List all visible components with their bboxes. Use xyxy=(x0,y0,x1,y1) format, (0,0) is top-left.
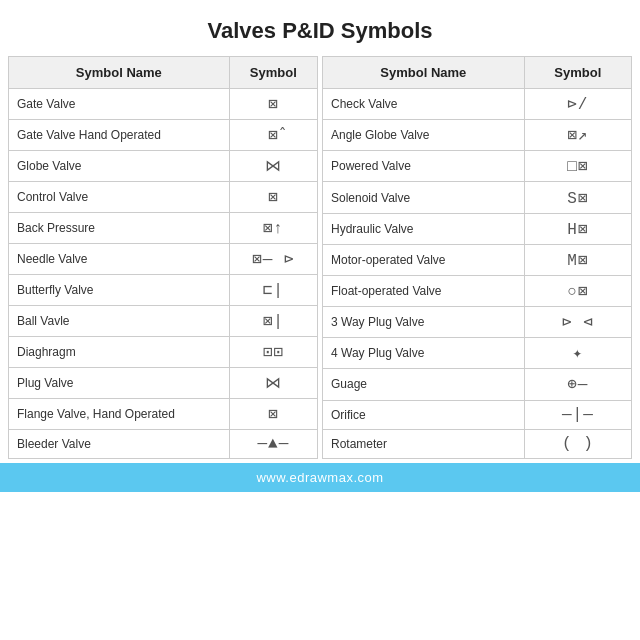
left-header-symbol: Symbol xyxy=(229,57,317,89)
left-row-symbol: —▲— xyxy=(229,430,317,459)
right-table-row: Check Valve⊳/ xyxy=(323,89,632,120)
right-row-symbol: ⊠↗ xyxy=(524,120,631,151)
right-table-row: Powered Valve□⊠ xyxy=(323,151,632,182)
left-row-name: Needle Valve xyxy=(9,244,230,275)
left-row-symbol: ⊠ xyxy=(229,182,317,213)
left-table-row: Flange Valve, Hand Operated⊠ xyxy=(9,399,318,430)
right-row-name: Powered Valve xyxy=(323,151,525,182)
left-row-symbol: ⋈ xyxy=(229,151,317,182)
left-row-name: Plug Valve xyxy=(9,368,230,399)
left-table-row: Control Valve⊠ xyxy=(9,182,318,213)
right-table-row: Angle Globe Valve⊠↗ xyxy=(323,120,632,151)
right-row-symbol: ⊕— xyxy=(524,369,631,400)
left-row-name: Diaghragm xyxy=(9,337,230,368)
right-row-symbol: ✦ xyxy=(524,338,631,369)
right-row-name: 3 Way Plug Valve xyxy=(323,307,525,338)
left-row-symbol: ⊏| xyxy=(229,275,317,306)
right-row-name: Rotameter xyxy=(323,429,525,458)
tables-row: Symbol Name Symbol Gate Valve⊠Gate Valve… xyxy=(0,56,640,463)
left-row-name: Globe Valve xyxy=(9,151,230,182)
right-table-row: 4 Way Plug Valve✦ xyxy=(323,338,632,369)
left-table-row: Plug Valve⋈ xyxy=(9,368,318,399)
right-row-symbol: ( ) xyxy=(524,429,631,458)
left-row-name: Butterfly Valve xyxy=(9,275,230,306)
right-row-name: Hydraulic Valve xyxy=(323,213,525,244)
right-row-name: Motor-operated Valve xyxy=(323,244,525,275)
right-row-symbol: M⊠ xyxy=(524,244,631,275)
left-header-name: Symbol Name xyxy=(9,57,230,89)
left-table-row: Globe Valve⋈ xyxy=(9,151,318,182)
right-table-row: Solenoid ValveS⊠ xyxy=(323,182,632,213)
left-table-row: Bleeder Valve—▲— xyxy=(9,430,318,459)
right-row-name: Check Valve xyxy=(323,89,525,120)
left-row-symbol: ⊠ xyxy=(229,89,317,120)
right-row-symbol: ⊳/ xyxy=(524,89,631,120)
left-row-name: Back Pressure xyxy=(9,213,230,244)
right-row-name: Orifice xyxy=(323,400,525,429)
right-row-symbol: —|— xyxy=(524,400,631,429)
left-row-name: Flange Valve, Hand Operated xyxy=(9,399,230,430)
left-row-name: Ball Vavle xyxy=(9,306,230,337)
right-table: Symbol Name Symbol Check Valve⊳/Angle Gl… xyxy=(322,56,632,459)
right-row-symbol: H⊠ xyxy=(524,213,631,244)
left-table-row: Ball Vavle⊠| xyxy=(9,306,318,337)
right-row-symbol: S⊠ xyxy=(524,182,631,213)
left-row-symbol: ⊡⊡ xyxy=(229,337,317,368)
right-row-symbol: ○⊠ xyxy=(524,275,631,306)
left-row-name: Bleeder Valve xyxy=(9,430,230,459)
right-row-name: Guage xyxy=(323,369,525,400)
footer: www.edrawmax.com xyxy=(0,463,640,492)
right-row-symbol: ⊳ ⊲ xyxy=(524,307,631,338)
right-table-row: Guage⊕— xyxy=(323,369,632,400)
right-row-name: 4 Way Plug Valve xyxy=(323,338,525,369)
left-row-symbol: ⊠ xyxy=(229,399,317,430)
left-table-row: Butterfly Valve⊏| xyxy=(9,275,318,306)
left-row-name: Gate Valve Hand Operated xyxy=(9,120,230,151)
left-row-symbol: ⊠↑ xyxy=(229,213,317,244)
left-row-symbol: ⊠— ⊳ xyxy=(229,244,317,275)
right-table-row: Rotameter( ) xyxy=(323,429,632,458)
right-row-name: Float-operated Valve xyxy=(323,275,525,306)
right-table-row: 3 Way Plug Valve⊳ ⊲ xyxy=(323,307,632,338)
left-table-row: Gate Valve⊠ xyxy=(9,89,318,120)
left-table: Symbol Name Symbol Gate Valve⊠Gate Valve… xyxy=(8,56,318,459)
right-row-symbol: □⊠ xyxy=(524,151,631,182)
left-row-symbol: ⊠̂ xyxy=(229,120,317,151)
left-row-name: Gate Valve xyxy=(9,89,230,120)
right-row-name: Solenoid Valve xyxy=(323,182,525,213)
right-header-name: Symbol Name xyxy=(323,57,525,89)
left-table-row: Back Pressure⊠↑ xyxy=(9,213,318,244)
right-table-row: Motor-operated ValveM⊠ xyxy=(323,244,632,275)
left-table-row: Diaghragm⊡⊡ xyxy=(9,337,318,368)
left-row-name: Control Valve xyxy=(9,182,230,213)
left-row-symbol: ⋈ xyxy=(229,368,317,399)
page-title: Valves P&ID Symbols xyxy=(0,0,640,56)
left-table-row: Needle Valve⊠— ⊳ xyxy=(9,244,318,275)
left-row-symbol: ⊠| xyxy=(229,306,317,337)
right-table-row: Float-operated Valve○⊠ xyxy=(323,275,632,306)
left-table-row: Gate Valve Hand Operated⊠̂ xyxy=(9,120,318,151)
right-table-row: Hydraulic ValveH⊠ xyxy=(323,213,632,244)
right-row-name: Angle Globe Valve xyxy=(323,120,525,151)
right-header-symbol: Symbol xyxy=(524,57,631,89)
right-table-row: Orifice—|— xyxy=(323,400,632,429)
